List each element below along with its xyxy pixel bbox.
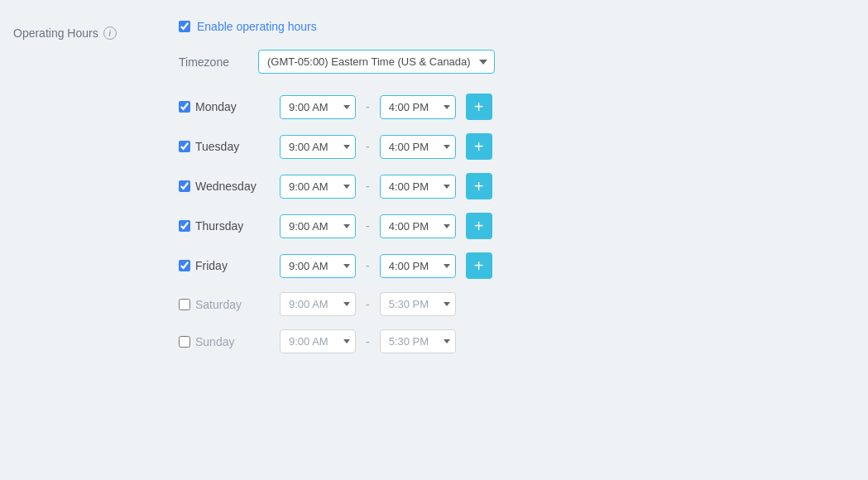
day-row-friday: Friday12:00 AM12:30 AM1:00 AM1:30 AM2:00… <box>179 252 855 279</box>
thursday-end-time[interactable]: 12:00 AM12:30 AM1:00 AM1:30 AM2:00 AM2:3… <box>380 214 456 238</box>
sunday-end-time: 12:00 AM12:30 AM1:00 AM1:30 AM2:00 AM2:3… <box>380 329 456 353</box>
friday-end-time[interactable]: 12:00 AM12:30 AM1:00 AM1:30 AM2:00 AM2:3… <box>380 254 456 278</box>
day-checkbox-wrap-monday: Monday <box>179 100 270 113</box>
saturday-start-time: 12:00 AM12:30 AM1:00 AM1:30 AM2:00 AM2:3… <box>280 292 356 316</box>
timezone-select[interactable]: (GMT-05:00) Eastern Time (US & Canada) (… <box>258 50 495 74</box>
info-icon[interactable]: i <box>103 26 117 40</box>
operating-hours-content: Enable operating hours Timezone (GMT-05:… <box>165 17 868 463</box>
day-checkbox-wrap-wednesday: Wednesday <box>179 180 270 193</box>
monday-checkbox[interactable] <box>179 101 190 113</box>
day-checkbox-wrap-thursday: Thursday <box>179 219 270 233</box>
friday-add-button[interactable]: + <box>466 252 492 279</box>
tuesday-add-button[interactable]: + <box>466 133 492 160</box>
sunday-start-time: 12:00 AM12:30 AM1:00 AM1:30 AM2:00 AM2:3… <box>280 329 356 353</box>
wednesday-separator: - <box>366 180 370 193</box>
operating-hours-label: Operating Hours i <box>13 26 152 40</box>
tuesday-label: Tuesday <box>195 140 253 153</box>
friday-label: Friday <box>195 259 253 272</box>
monday-separator: - <box>366 100 370 113</box>
day-row-saturday: Saturday12:00 AM12:30 AM1:00 AM1:30 AM2:… <box>179 292 855 316</box>
enable-row: Enable operating hours <box>179 20 855 33</box>
tuesday-start-time[interactable]: 12:00 AM12:30 AM1:00 AM1:30 AM2:00 AM2:3… <box>280 135 356 159</box>
thursday-checkbox[interactable] <box>179 220 190 232</box>
saturday-end-time: 12:00 AM12:30 AM1:00 AM1:30 AM2:00 AM2:3… <box>380 292 456 316</box>
thursday-add-button[interactable]: + <box>466 213 492 239</box>
days-container: Monday12:00 AM12:30 AM1:00 AM1:30 AM2:00… <box>179 94 855 353</box>
sunday-separator: - <box>366 335 370 348</box>
timezone-row: Timezone (GMT-05:00) Eastern Time (US & … <box>179 50 855 74</box>
wednesday-add-button[interactable]: + <box>466 173 492 199</box>
section-title: Operating Hours <box>13 26 98 40</box>
tuesday-separator: - <box>366 140 370 153</box>
thursday-start-time[interactable]: 12:00 AM12:30 AM1:00 AM1:30 AM2:00 AM2:3… <box>280 214 356 238</box>
day-row-sunday: Sunday12:00 AM12:30 AM1:00 AM1:30 AM2:00… <box>179 329 855 353</box>
sunday-checkbox[interactable] <box>179 336 190 348</box>
thursday-label: Thursday <box>195 219 253 233</box>
tuesday-end-time[interactable]: 12:00 AM12:30 AM1:00 AM1:30 AM2:00 AM2:3… <box>380 135 456 159</box>
day-checkbox-wrap-tuesday: Tuesday <box>179 140 270 153</box>
saturday-checkbox[interactable] <box>179 299 190 310</box>
enable-hours-checkbox[interactable] <box>179 21 190 32</box>
monday-add-button[interactable]: + <box>466 94 492 120</box>
friday-checkbox[interactable] <box>179 260 190 271</box>
monday-label: Monday <box>195 100 253 113</box>
tuesday-checkbox[interactable] <box>179 141 190 152</box>
enable-hours-label[interactable]: Enable operating hours <box>197 20 317 33</box>
monday-start-time[interactable]: 12:00 AM12:30 AM1:00 AM1:30 AM2:00 AM2:3… <box>280 95 356 119</box>
wednesday-end-time[interactable]: 12:00 AM12:30 AM1:00 AM1:30 AM2:00 AM2:3… <box>380 175 456 199</box>
day-row-thursday: Thursday12:00 AM12:30 AM1:00 AM1:30 AM2:… <box>179 213 855 239</box>
day-row-monday: Monday12:00 AM12:30 AM1:00 AM1:30 AM2:00… <box>179 94 855 120</box>
day-checkbox-wrap-saturday: Saturday <box>179 298 270 311</box>
thursday-separator: - <box>366 219 370 233</box>
day-row-tuesday: Tuesday12:00 AM12:30 AM1:00 AM1:30 AM2:0… <box>179 133 855 160</box>
saturday-separator: - <box>366 298 370 311</box>
saturday-label: Saturday <box>195 298 253 311</box>
day-checkbox-wrap-sunday: Sunday <box>179 335 270 348</box>
wednesday-start-time[interactable]: 12:00 AM12:30 AM1:00 AM1:30 AM2:00 AM2:3… <box>280 175 356 199</box>
friday-separator: - <box>366 259 370 272</box>
timezone-label: Timezone <box>179 55 245 69</box>
wednesday-checkbox[interactable] <box>179 180 190 192</box>
wednesday-label: Wednesday <box>195 180 257 193</box>
monday-end-time[interactable]: 12:00 AM12:30 AM1:00 AM1:30 AM2:00 AM2:3… <box>380 95 456 119</box>
day-row-wednesday: Wednesday12:00 AM12:30 AM1:00 AM1:30 AM2… <box>179 173 855 199</box>
sunday-label: Sunday <box>195 335 253 348</box>
friday-start-time[interactable]: 12:00 AM12:30 AM1:00 AM1:30 AM2:00 AM2:3… <box>280 254 356 278</box>
day-checkbox-wrap-friday: Friday <box>179 259 270 272</box>
